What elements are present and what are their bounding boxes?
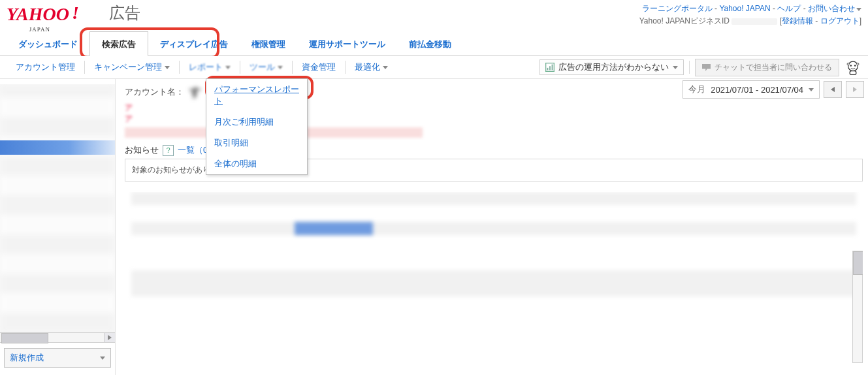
svg-point-8 [857, 63, 859, 65]
chevron-down-icon [278, 66, 283, 69]
sidebar-tree-blurred [0, 84, 115, 332]
account-name-value-masked: す [189, 84, 201, 100]
svg-point-6 [854, 65, 856, 67]
link-help[interactable]: ヘルプ [777, 4, 801, 13]
subnav-account-management-label: アカウント管理 [16, 61, 75, 73]
alert-link-1: ア [125, 103, 133, 112]
subnav-report[interactable]: レポート [180, 56, 240, 78]
chevron-down-icon [809, 88, 814, 91]
tab-permissions[interactable]: 権限管理 [240, 32, 297, 55]
subnav-report-label: レポート [189, 61, 223, 73]
svg-point-5 [850, 65, 852, 67]
svg-rect-9 [850, 71, 856, 75]
sidebar-selected-row-blurred [0, 140, 115, 155]
subnav-optimize[interactable]: 最適化 [346, 56, 397, 78]
subnav-campaign-management[interactable]: キャンペーン管理 [85, 56, 179, 78]
triangle-left-icon [831, 87, 835, 92]
scrollbar-arrow-right[interactable] [104, 333, 115, 342]
date-period-label: 今月 [688, 84, 705, 95]
subnav-fund-management[interactable]: 資金管理 [293, 56, 345, 78]
content-area-blurred [125, 192, 863, 375]
logo[interactable]: YAHOO! JAPAN 広告 [7, 3, 140, 24]
svg-point-7 [847, 63, 849, 65]
link-registration-info[interactable]: 登録情報 [782, 16, 813, 25]
new-create-label: 新規作成 [10, 352, 44, 364]
chevron-down-icon [225, 66, 231, 69]
help-icon[interactable]: ? [163, 145, 174, 156]
svg-rect-1 [547, 68, 549, 71]
logo-exclaim: ! [72, 3, 79, 24]
chevron-down-icon [165, 66, 170, 69]
dropdown-item-overall-statement[interactable]: 全体の明細 [206, 153, 307, 174]
sub-nav: アカウント管理 キャンペーン管理 レポート ツール 資金管理 最適化 広告の運用… [0, 56, 868, 79]
chat-contact-button[interactable]: チャットで担当者に問い合わせる [695, 59, 839, 76]
date-range-widget: 今月 2021/07/01 - 2021/07/04 [683, 80, 864, 99]
help-ads-operation-label: 広告の運用方法がわからない [558, 61, 669, 73]
business-id-value-masked [731, 18, 777, 25]
dropdown-item-transaction-statement[interactable]: 取引明細 [206, 133, 307, 153]
help-ads-operation[interactable]: 広告の運用方法がわからない [539, 59, 684, 75]
dropdown-item-performance-report[interactable]: パフォーマンスレポート [206, 79, 307, 112]
divider [689, 61, 690, 74]
logo-text: YAHOO [7, 5, 69, 24]
chevron-down-icon [100, 356, 105, 360]
link-logout[interactable]: ログアウト [820, 16, 860, 25]
business-id-label: Yahoo! JAPANビジネスID [639, 16, 730, 25]
tab-prepaid-transfer[interactable]: 前払金移動 [397, 32, 463, 55]
date-prev-button[interactable] [824, 81, 842, 98]
tab-search-ads[interactable]: 検索広告 [89, 31, 148, 56]
svg-rect-2 [549, 67, 551, 71]
scrollbar-thumb[interactable] [853, 251, 863, 275]
date-range-picker[interactable]: 今月 2021/07/01 - 2021/07/04 [683, 80, 820, 99]
subnav-optimize-label: 最適化 [355, 61, 380, 73]
blurred-row [131, 270, 856, 296]
logo-suffix: 広告 [109, 3, 140, 24]
alert-banner-blurred [125, 127, 621, 138]
chevron-down-icon [673, 66, 678, 69]
blurred-row [131, 222, 856, 235]
link-learning-portal[interactable]: ラーニングポータル [642, 4, 713, 13]
triangle-right-icon [853, 87, 857, 92]
blurred-row-highlight [295, 222, 373, 235]
tab-display-ads[interactable]: ディスプレイ広告 [148, 32, 240, 55]
dropdown-item-monthly-statement[interactable]: 月次ご利用明細 [206, 112, 307, 133]
body: 新規作成 今月 2021/07/01 - 2021/07/04 アカウント名： … [0, 79, 868, 375]
report-dropdown: パフォーマンスレポート 月次ご利用明細 取引明細 全体の明細 [206, 78, 308, 175]
header-right: ラーニングポータル - Yahoo! JAPAN - ヘルプ - お問い合わせ … [639, 3, 861, 27]
chat-icon [702, 64, 711, 71]
main-tabs: ダッシュボード 検索広告 ディスプレイ広告 権限管理 運用サポートツール 前払金… [0, 31, 868, 56]
chat-contact-label: チャットで担当者に問い合わせる [715, 62, 832, 73]
account-name-label: アカウント名： [125, 86, 184, 98]
blurred-row [131, 192, 856, 205]
chevron-down-icon [856, 8, 861, 11]
alert-link-2: ア [125, 114, 133, 123]
tab-ops-support-tool[interactable]: 運用サポートツール [297, 32, 397, 55]
subnav-tool-label: ツール [249, 61, 275, 73]
date-next-button[interactable] [846, 81, 864, 98]
subnav-account-management[interactable]: アカウント管理 [7, 56, 84, 78]
chevron-down-icon [383, 66, 388, 69]
svg-point-4 [848, 61, 858, 71]
chart-icon [545, 63, 555, 72]
triangle-right-icon [108, 335, 112, 340]
link-yahoo-japan[interactable]: Yahoo! JAPAN [719, 4, 770, 13]
subnav-fund-management-label: 資金管理 [302, 61, 336, 73]
content-vertical-scrollbar[interactable] [852, 251, 863, 363]
robot-icon[interactable] [844, 59, 861, 76]
svg-rect-3 [552, 65, 553, 71]
subnav-campaign-management-label: キャンペーン管理 [94, 61, 162, 73]
subnav-tool[interactable]: ツール [240, 56, 292, 78]
sidebar: 新規作成 [0, 79, 116, 375]
new-create-button[interactable]: 新規作成 [4, 348, 111, 368]
scrollbar-thumb[interactable] [1, 333, 48, 343]
tab-dashboard[interactable]: ダッシュボード [7, 32, 89, 55]
sidebar-horizontal-scrollbar[interactable] [0, 332, 115, 343]
link-contact[interactable]: お問い合わせ [808, 4, 855, 13]
notice-label: お知らせ [125, 144, 159, 156]
date-range-value: 2021/07/01 - 2021/07/04 [711, 85, 803, 95]
header: YAHOO! JAPAN 広告 ラーニングポータル - Yahoo! JAPAN… [0, 0, 868, 27]
